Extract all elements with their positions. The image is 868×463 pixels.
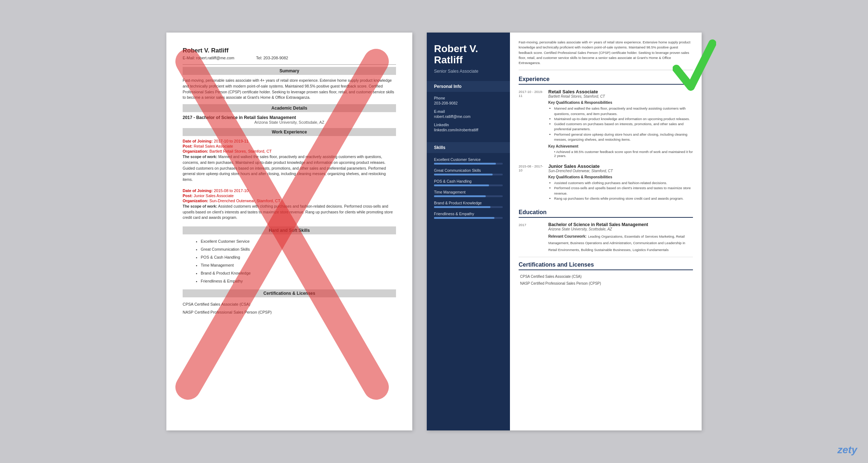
work-scope-2: The scope of work: Assisted customers wi… (183, 204, 396, 221)
edu-school-1: Arizona State University, Scottsdale, AZ (548, 227, 693, 231)
left-resume-name: Robert V. Ratliff (183, 47, 396, 54)
skill-bar-fill-0 (434, 163, 496, 165)
work-scope-1: The scope of work: Manned and walked the… (183, 154, 396, 183)
cert-header-left: Certifications & Licenses (183, 289, 396, 297)
skill-bar-bg-1 (434, 174, 503, 175)
skill-bar-bg-2 (434, 184, 503, 186)
exp-entry-1: 2017-10 - 2019-11 Retail Sales Associate… (519, 89, 693, 158)
skill-name-0: Excellent Customer Service (434, 157, 503, 162)
exp-entry-2: 2015-08 - 2017-10 Junior Sales Associate… (519, 163, 693, 203)
divider1 (183, 64, 396, 65)
skill-item-2: Great Communication Skills (201, 245, 396, 253)
skill-bar-fill-3 (434, 195, 486, 197)
skills-section-right: Skills Excellent Customer Service Great … (427, 142, 510, 228)
left-email: E-Mail: robert.ratliff@me.com (183, 56, 234, 60)
academic-header: Academic Details (183, 104, 396, 112)
left-contact: E-Mail: robert.ratliff@me.com Tel: 203-2… (183, 56, 396, 60)
skill-item-3: POS & Cash Handling (201, 253, 396, 261)
edu-degree-1: Bachelor of Science in Retail Sales Mana… (548, 222, 693, 227)
skill-bar-fill-2 (434, 184, 489, 186)
resume-right: Robert V. Ratliff Senior Sales Associate… (427, 33, 702, 430)
skill-bar-bg-0 (434, 163, 503, 165)
skill-bar-bg-4 (434, 206, 503, 208)
skill-name-3: Time Management (434, 190, 503, 194)
resume-left: Robert V. Ratliff E-Mail: robert.ratliff… (166, 33, 412, 430)
skills-list-left: Excellent Customer Service Great Communi… (183, 237, 396, 285)
edu-details-1: Bachelor of Science in Retail Sales Mana… (548, 222, 693, 252)
skill-item-1: Excellent Customer Service (201, 237, 396, 245)
academic-school: Arizona State University, Scottsdale, AZ (183, 120, 396, 124)
exp-achievement-title-1: Key Achievement (548, 144, 693, 148)
skill-name-2: POS & Cash Handling (434, 179, 503, 183)
cert-item-1: CPSA Certified Sales Associate (CSA) (183, 300, 396, 308)
personal-info-section: Personal Info Phone 203-208-9082 E-mail … (427, 81, 510, 142)
exp-bullet-2-0: Assisted customers with clothing purchas… (554, 180, 693, 186)
skill-bar-fill-5 (434, 217, 494, 219)
linkedin-value: linkedin.com/in/robertratliff (434, 128, 503, 132)
work-post-1: Post: Retail Sales Associate (183, 144, 396, 148)
exp-company-2: Sun-Drenched Outerwear, Stamford, CT (548, 169, 693, 173)
edu-entry-1: 2017 Bachelor of Science in Retail Sales… (519, 222, 693, 252)
edu-coursework-label-1: Relevant Coursework: (548, 234, 587, 238)
exp-details-1: Retail Sales Associate Bartlett Retail S… (548, 89, 693, 158)
skill-item-6: Friendliness & Empathy (201, 277, 396, 285)
cert-list-left: CPSA Certified Sales Associate (CSA) NAS… (183, 300, 396, 316)
skill-name-1: Great Communication Skills (434, 168, 503, 173)
exp-bullet-1-3: Performed general store upkeep during st… (554, 132, 693, 143)
work-date-1: Date of Joining: 2017-10 to 2019-11 (183, 139, 396, 143)
main-container: Robert V. Ratliff E-Mail: robert.ratliff… (152, 18, 716, 445)
cert-item-right-1: CPSA Certified Sales Associate (CSA) (519, 275, 693, 279)
email-value: robert.ratliff@me.com (434, 114, 503, 119)
work-date-2: Date of Joining: 2015-08 to 2017-10 (183, 188, 396, 193)
exp-details-2: Junior Sales Associate Sun-Drenched Oute… (548, 163, 693, 203)
sidebar: Robert V. Ratliff Senior Sales Associate… (427, 33, 510, 430)
skill-name-5: Friendliness & Empathy (434, 212, 503, 216)
skill-bar-bg-3 (434, 195, 503, 197)
work-org-1: Organization: Bartlett Retail Stores, St… (183, 149, 396, 153)
skill-bar-fill-4 (434, 206, 490, 208)
sidebar-name: Robert V. Ratliff (434, 43, 503, 66)
work-exp-header: Work Experience (183, 128, 396, 136)
experience-title: Experience (519, 76, 693, 85)
skill-bar-item-0: Excellent Customer Service (434, 157, 503, 165)
summary-right: Fast-moving, personable sales associate … (519, 40, 693, 70)
exp-bullet-1-1: Maintained up-to-date product knowledge … (554, 116, 693, 122)
exp-job-title-1: Retail Sales Associate (548, 89, 693, 94)
sidebar-title: Senior Sales Associate (434, 69, 503, 74)
skill-item-5: Brand & Product Knowledge (201, 269, 396, 277)
skills-bars: Excellent Customer Service Great Communi… (427, 157, 510, 228)
exp-bullets-1: Manned and walked the sales floor, proac… (548, 106, 693, 142)
sidebar-header: Robert V. Ratliff Senior Sales Associate (427, 33, 510, 81)
skills-header-left: Hard and Soft Skills (183, 226, 396, 234)
education-title: Education (519, 209, 693, 218)
phone-label: Phone (434, 96, 503, 100)
exp-bullet-1-0: Manned and walked the sales floor, proac… (554, 106, 693, 116)
exp-bullet-2-2: Rang up purchases for clients while prom… (554, 196, 693, 201)
exp-company-1: Bartlett Retail Stores, Stamford, CT (548, 94, 693, 98)
skills-title-right: Skills (427, 142, 510, 153)
left-phone: Tel: 203-208-9082 (256, 56, 288, 60)
work-entry-1: Date of Joining: 2017-10 to 2019-11 Post… (183, 139, 396, 183)
cert-divider (519, 257, 693, 257)
cert-item-2: NASP Certified Professional Sales Person… (183, 308, 396, 316)
cert-item-right-2: NASP Certified Professional Sales Person… (519, 281, 693, 285)
work-org-2: Organization: Sun-Drenched Outerwear, St… (183, 199, 396, 203)
exp-bullets-2: Assisted customers with clothing purchas… (548, 180, 693, 201)
skill-name-4: Brand & Product Knowledge (434, 201, 503, 205)
skill-bar-item-1: Great Communication Skills (434, 168, 503, 175)
work-post-2: Post: Junior Sales Associate (183, 194, 396, 198)
personal-info-content: Phone 203-208-9082 E-mail robert.ratliff… (427, 96, 510, 142)
academic-degree: 2017 - Bachelor of Science in Retail Sal… (183, 115, 396, 120)
skill-bar-bg-5 (434, 217, 503, 219)
skill-bar-item-3: Time Management (434, 190, 503, 197)
exp-bullet-1-2: Guided customers on purchases based on i… (554, 122, 693, 132)
summary-header: Summary (183, 67, 396, 75)
exp-qualifications-title-1: Key Qualifications & Responsibilities (548, 101, 693, 105)
main-content-right: Fast-moving, personable sales associate … (510, 33, 702, 430)
exp-qualifications-title-2: Key Qualifications & Responsibilities (548, 175, 693, 179)
cert-title-right: Certifications and Licenses (519, 262, 693, 270)
skill-bar-item-4: Brand & Product Knowledge (434, 201, 503, 208)
edu-year-1: 2017 (519, 222, 544, 252)
exp-achievement-1: Achieved a 98.5% customer feedback score… (554, 150, 693, 158)
work-entry-2: Date of Joining: 2015-08 to 2017-10 Post… (183, 188, 396, 221)
